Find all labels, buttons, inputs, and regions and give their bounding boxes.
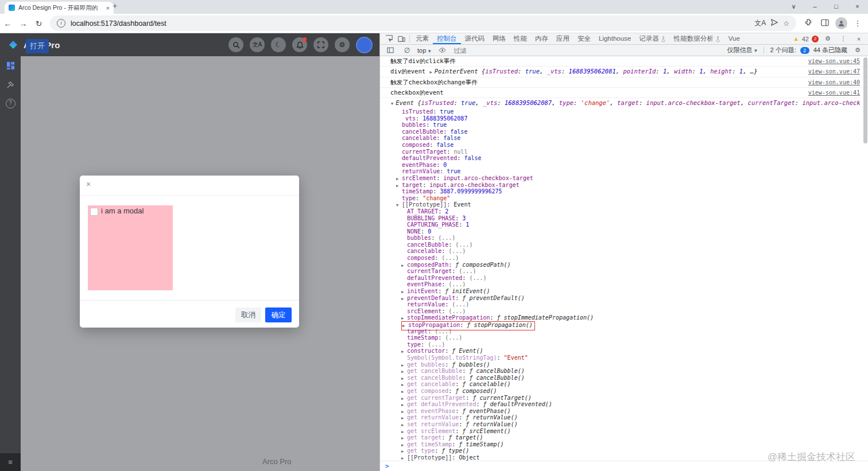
console-tree-row: timeStamp: (...) — [380, 334, 868, 341]
devtools-tab-内存[interactable]: 内存 — [531, 33, 552, 44]
devtools-tab-源代码[interactable]: 源代码 — [461, 33, 489, 44]
window-maximize-button[interactable]: □ — [826, 0, 847, 14]
open-modal-button[interactable]: 打开 — [26, 39, 49, 53]
url-text[interactable]: localhost:5173/dashboard/test — [71, 20, 749, 28]
language-icon[interactable]: 文A — [250, 37, 265, 52]
tab-close-icon[interactable]: × — [106, 5, 110, 11]
profile-avatar[interactable] — [835, 17, 847, 29]
source-link[interactable]: view-son.vue:40 — [803, 79, 860, 87]
theme-moon-icon[interactable]: ☾ — [271, 37, 286, 52]
console-tree-row: ▼[[Prototype]]: Event — [380, 201, 868, 208]
console-tree-row: bubbles: (...) — [380, 235, 868, 242]
modal-close-icon[interactable]: × — [86, 180, 91, 188]
confirm-button[interactable]: 确定 — [265, 307, 292, 322]
inspect-element-icon[interactable] — [382, 35, 395, 42]
devtools-tab-应用[interactable]: 应用 — [552, 33, 574, 44]
side-panel-icon[interactable] — [819, 19, 831, 28]
expand-arrow-icon[interactable]: ▼ — [391, 100, 393, 108]
source-link[interactable]: view-son.vue:41 — [803, 89, 860, 97]
devtools-tab-网络[interactable]: 网络 — [489, 33, 510, 44]
source-link[interactable]: view-son.vue:47 — [803, 68, 860, 76]
share-icon[interactable] — [771, 19, 778, 28]
page-viewport: Arco Pro 文A ☾ ⚙ ? ≡ — [0, 33, 379, 471]
address-bar[interactable]: i localhost:5173/dashboard/test 文A ☆ — [50, 15, 796, 31]
user-avatar[interactable] — [356, 37, 373, 53]
modal-checkbox[interactable] — [90, 208, 98, 216]
warning-count[interactable]: 42 — [802, 36, 809, 42]
hidden-messages-label[interactable]: 44 条已隐藏 — [813, 46, 847, 55]
sidebar-item-dashboard[interactable] — [0, 56, 21, 75]
cancel-button[interactable]: 取消 — [235, 307, 261, 322]
window-minimize-button[interactable]: – — [804, 0, 826, 14]
console-tree-row: currentTarget: null — [380, 149, 868, 155]
console-tree-row: cancelBubble: (...) — [380, 242, 868, 248]
sidebar-item-help[interactable]: ? — [0, 94, 21, 113]
reload-icon[interactable]: ↻ — [31, 19, 46, 28]
site-favicon — [9, 5, 15, 11]
browser-tab-strip: Arco Design Pro - 开箱即用的 × + ∨ – □ × — [0, 0, 868, 14]
forward-icon[interactable]: → — [16, 19, 31, 28]
tab-search-icon[interactable]: ∨ — [783, 0, 804, 14]
settings-gear-icon[interactable]: ⚙ — [335, 37, 350, 52]
back-icon[interactable]: ← — [0, 19, 16, 28]
sidebar-collapse-button[interactable]: ≡ — [0, 453, 21, 471]
console-message: 触发了checkbox的change事件view-son.vue:40 — [380, 77, 868, 88]
console-tree-row: cancelable: (...) — [380, 248, 868, 255]
clear-console-icon[interactable]: ∅ — [401, 46, 413, 55]
frame-context-select[interactable]: top▼ — [417, 47, 432, 54]
devtools-tab-Lighthouse[interactable]: Lighthouse — [595, 33, 635, 44]
live-expression-eye-icon[interactable] — [436, 48, 448, 53]
console-sidebar-icon[interactable] — [384, 47, 397, 53]
issues-count-badge[interactable]: 2 — [800, 47, 809, 54]
devtools-tab-安全[interactable]: 安全 — [574, 33, 595, 44]
devtools-tab-元素[interactable]: 元素 — [412, 33, 433, 44]
devtools-close-icon[interactable]: × — [852, 36, 865, 42]
device-toolbar-icon[interactable] — [395, 35, 408, 42]
translate-icon[interactable]: 文A — [754, 18, 766, 28]
console-settings-icon[interactable]: ⚙ — [851, 46, 864, 54]
browser-menu-icon[interactable]: ⋮ — [851, 19, 864, 28]
console-tree-row: ▶stopImmediatePropagation: ƒ stopImmedia… — [380, 314, 868, 321]
console-tree-row: defaultPrevented: false — [380, 155, 868, 162]
console-tree-row: type: "change" — [380, 195, 868, 202]
console-tree-row: ▶get cancelBubble: ƒ cancelBubble() — [380, 368, 868, 375]
console-tree-row: cancelable: false — [380, 135, 868, 142]
error-badge[interactable]: 2 — [812, 36, 819, 42]
devtools-tab-控制台[interactable]: 控制台 — [433, 33, 461, 44]
devtools-menu-icon[interactable]: ⋮ — [837, 35, 850, 42]
devtools-scrollbar[interactable] — [863, 57, 867, 143]
fullscreen-icon[interactable] — [313, 37, 328, 52]
devtools-tab-Vue[interactable]: Vue — [724, 33, 744, 44]
devtools-tab-性能[interactable]: 性能 — [510, 33, 531, 44]
source-link[interactable]: view-son.vue:45 — [803, 57, 860, 65]
console-tree-row: composed: false — [380, 142, 868, 149]
console-tree-row: ▶get currentTarget: ƒ currentTarget() — [380, 395, 868, 402]
notification-bell-icon[interactable] — [292, 37, 307, 52]
devtools-settings-icon[interactable]: ⚙ — [822, 35, 834, 42]
expand-arrow-icon[interactable]: ▶ — [429, 68, 432, 76]
console-filter-input[interactable] — [452, 46, 541, 55]
log-level-select[interactable]: 仅限信息▼ — [727, 46, 758, 55]
console-tree-row: cancelBubble: false — [380, 129, 868, 135]
arco-logo-icon — [7, 39, 19, 50]
expand-arrow-icon[interactable]: ▶ — [401, 456, 407, 462]
modal-header-divider — [80, 195, 299, 196]
console-tree-row: ▶set returnValue: ƒ returnValue() — [380, 421, 868, 428]
browser-tab[interactable]: Arco Design Pro - 开箱即用的 × — [5, 2, 114, 14]
question-icon: ? — [6, 99, 16, 108]
window-close-button[interactable]: × — [847, 0, 868, 14]
bookmark-star-icon[interactable]: ☆ — [783, 20, 789, 28]
issues-label[interactable]: 2 个问题: — [770, 46, 796, 55]
devtools-tab-记录器[interactable]: 记录器 — [635, 33, 670, 44]
console-tree-row: ▶srcElement: input.arco-checkbox-target — [380, 175, 868, 182]
console-tree-row: ▶get returnValue: ƒ returnValue() — [380, 414, 868, 421]
site-info-icon[interactable]: i — [57, 19, 65, 28]
new-tab-button[interactable]: + — [113, 1, 117, 10]
console-tree-row: composed: (...) — [380, 255, 868, 262]
warning-triangle-icon[interactable]: ▲ — [793, 36, 799, 42]
devtools-tab-性能数据分析[interactable]: 性能数据分析 — [670, 33, 724, 44]
sidebar-item-tools[interactable] — [0, 75, 21, 94]
search-icon[interactable] — [228, 37, 243, 52]
extensions-puzzle-icon[interactable] — [802, 18, 815, 28]
console-tree-row: eventPhase: (...) — [380, 281, 868, 288]
